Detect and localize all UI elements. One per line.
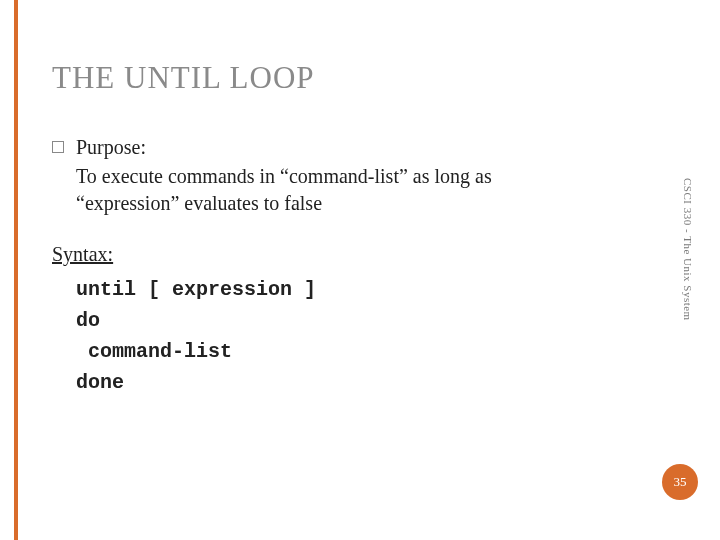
square-bullet-icon — [52, 141, 64, 153]
slide-title: THE UNTIL LOOP — [52, 60, 315, 96]
accent-bar — [14, 0, 18, 540]
code-block: until [ expression ] do command-list don… — [76, 274, 592, 398]
syntax-label: Syntax: — [52, 241, 592, 268]
course-label: CSCI 330 - The Unix System — [682, 178, 694, 321]
bullet-row: Purpose: — [52, 134, 592, 161]
purpose-text: To execute commands in “command-list” as… — [76, 163, 592, 217]
page-number-badge: 35 — [662, 464, 698, 500]
slide-content: Purpose: To execute commands in “command… — [52, 134, 592, 398]
purpose-label: Purpose: — [76, 134, 146, 161]
